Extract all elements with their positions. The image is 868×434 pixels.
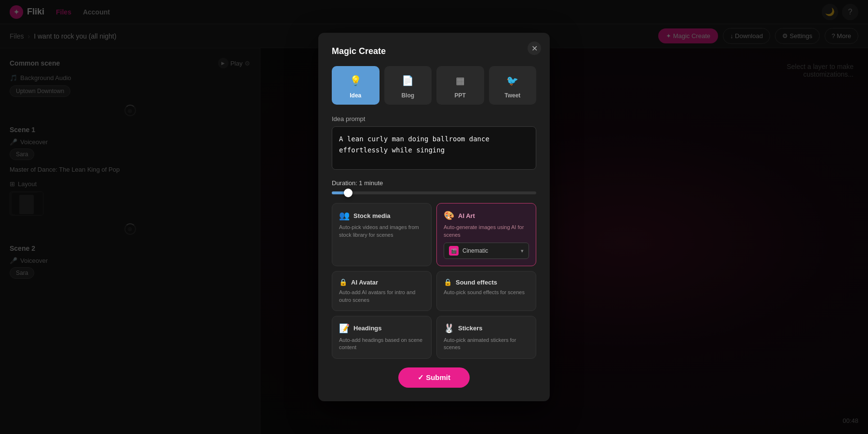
stickers-icon: 🐰 [444, 323, 454, 334]
blog-icon: 📄 [399, 72, 417, 89]
stickers-desc: Auto-pick animated stickers for scenes [444, 337, 529, 352]
modal-title: Magic Create [332, 46, 536, 56]
cinematic-label: Cinematic [462, 247, 488, 254]
cinematic-icon: 🎬 [449, 246, 459, 256]
feature-stickers[interactable]: 🐰 Stickers Auto-pick animated stickers f… [436, 316, 536, 359]
ppt-icon: ▦ [451, 72, 469, 89]
submit-button[interactable]: ✓ Submit [398, 367, 470, 388]
duration-label: Duration: 1 minute [332, 179, 536, 187]
headings-desc: Auto-add headings based on scene content [339, 337, 424, 352]
sound-effects-desc: Auto-pick sound effects for scenes [444, 289, 529, 296]
tab-tweet-label: Tweet [504, 92, 520, 99]
submit-row: ✓ Submit [332, 367, 536, 388]
ai-art-icon: 🎨 [444, 210, 454, 221]
slider-thumb[interactable] [344, 189, 353, 197]
stock-media-desc: Auto-pick videos and images from stock l… [339, 224, 424, 239]
headings-title: Headings [353, 325, 382, 332]
type-tabs: 💡 Idea 📄 Blog ▦ PPT 🐦 Tweet [332, 66, 536, 105]
idea-prompt-input[interactable]: A lean curly man doing ballroom dance ef… [332, 126, 536, 170]
feature-sound-effects[interactable]: 🔒 Sound effects Auto-pick sound effects … [436, 271, 536, 311]
stickers-title: Stickers [458, 325, 483, 332]
idea-prompt-label: Idea prompt [332, 115, 536, 122]
stock-media-icon: 👥 [339, 210, 350, 221]
ai-avatar-lock-icon: 🔒 [339, 278, 347, 286]
tab-tweet[interactable]: 🐦 Tweet [489, 66, 537, 105]
feature-headings[interactable]: 📝 Headings Auto-add headings based on sc… [332, 316, 432, 359]
ai-art-title: AI Art [458, 212, 475, 219]
feature-grid: 👥 Stock media Auto-pick videos and image… [332, 203, 536, 358]
tab-blog-label: Blog [401, 92, 414, 99]
tab-ppt[interactable]: ▦ PPT [436, 66, 484, 105]
headings-icon: 📝 [339, 323, 350, 334]
tab-ppt-label: PPT [455, 92, 466, 99]
dropdown-chevron-icon: ▾ [521, 248, 524, 254]
idea-icon: 💡 [347, 72, 364, 89]
tab-idea-label: Idea [350, 92, 361, 99]
tweet-icon: 🐦 [504, 72, 521, 89]
sound-effects-lock-icon: 🔒 [444, 278, 452, 286]
modal-overlay: Magic Create ✕ 💡 Idea 📄 Blog ▦ PPT 🐦 Twe… [0, 0, 868, 434]
modal-close-button[interactable]: ✕ [528, 41, 541, 55]
feature-stock-media[interactable]: 👥 Stock media Auto-pick videos and image… [332, 203, 432, 266]
cinematic-dropdown[interactable]: 🎬 Cinematic ▾ [444, 243, 529, 259]
tab-blog[interactable]: 📄 Blog [384, 66, 432, 105]
ai-avatar-desc: Auto-add AI avatars for intro and outro … [339, 289, 424, 304]
tab-idea[interactable]: 💡 Idea [332, 66, 380, 105]
ai-avatar-title: AI Avatar [351, 279, 378, 286]
ai-art-desc: Auto-generate images using AI for scenes [444, 224, 529, 239]
duration-slider[interactable] [332, 191, 536, 194]
feature-ai-avatar[interactable]: 🔒 AI Avatar Auto-add AI avatars for intr… [332, 271, 432, 311]
feature-ai-art[interactable]: 🎨 AI Art Auto-generate images using AI f… [436, 203, 536, 266]
magic-create-modal: Magic Create ✕ 💡 Idea 📄 Blog ▦ PPT 🐦 Twe… [318, 33, 550, 401]
stock-media-title: Stock media [353, 212, 391, 219]
sound-effects-title: Sound effects [456, 279, 497, 286]
